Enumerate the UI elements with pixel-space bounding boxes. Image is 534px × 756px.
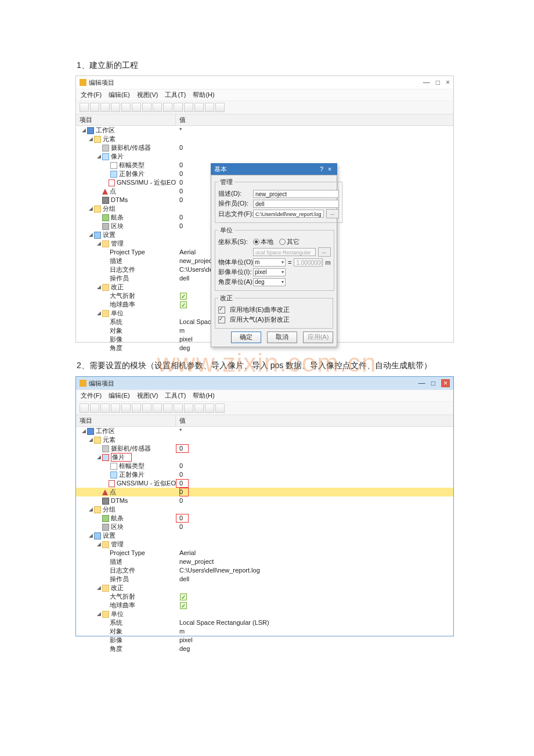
tree-ortho[interactable]: 正射像片 (119, 170, 145, 178)
menu-file[interactable]: 文件(F) (81, 391, 102, 400)
tree-atmos[interactable]: 大气折射 (110, 592, 135, 601)
ok-button[interactable]: 确定 (231, 332, 261, 343)
menu-view[interactable]: 视图(V) (137, 391, 158, 400)
toolbar-button[interactable] (132, 103, 141, 112)
tree-object[interactable]: 对象 (110, 326, 122, 335)
tree-groups[interactable]: 分组 (103, 505, 116, 514)
tree-ortho[interactable]: 正射像片 (119, 470, 145, 479)
minimize-button[interactable]: — (423, 78, 430, 87)
toolbar-button[interactable] (205, 404, 214, 413)
menu-edit[interactable]: 编辑(E) (109, 91, 130, 99)
toolbar-button[interactable] (163, 103, 172, 112)
close-button[interactable]: × (446, 78, 450, 87)
toolbar-button[interactable] (142, 404, 151, 413)
tree-image[interactable]: 影像 (110, 335, 122, 344)
tree-earth[interactable]: 地球曲率 (110, 601, 135, 610)
toolbar-button[interactable] (121, 404, 131, 413)
tree-gnss[interactable]: GNSS/IMU - 近似EO (117, 178, 176, 187)
tree-strips[interactable]: 航条 (111, 514, 124, 523)
toolbar-button[interactable] (142, 103, 151, 112)
toolbar-button[interactable] (184, 404, 193, 413)
earth-checkbox[interactable] (218, 307, 225, 314)
obj-factor-input[interactable]: 1.00000000 (294, 258, 323, 267)
tree-logf[interactable]: 日志文件 (110, 265, 135, 274)
tree-elements[interactable]: 元素 (103, 135, 116, 143)
toolbar-button[interactable] (121, 103, 131, 112)
tree-angle[interactable]: 角度 (110, 344, 122, 352)
tree-angle[interactable]: 角度 (110, 645, 122, 653)
tree-logf[interactable]: 日志文件 (110, 566, 135, 575)
toolbar-button[interactable] (100, 404, 110, 413)
log-browse-button[interactable]: ... (326, 209, 339, 218)
close-button[interactable]: × (441, 379, 450, 387)
toolbar-button[interactable] (153, 103, 162, 112)
tree-images[interactable]: 像片 (111, 152, 124, 161)
tree-oper[interactable]: 操作员 (110, 575, 129, 584)
tree-gnss[interactable]: GNSS/IMU - 近似EO (117, 479, 176, 488)
toolbar-button[interactable] (100, 103, 110, 112)
toolbar-button[interactable] (215, 103, 225, 112)
tree-workspace[interactable]: 工作区 (96, 427, 115, 435)
tree-desc[interactable]: 描述 (110, 257, 122, 265)
tree-manage[interactable]: 管理 (111, 239, 124, 248)
toolbar-button[interactable] (90, 103, 99, 112)
tree-blocks[interactable]: 区块 (111, 523, 124, 531)
tree-dtms[interactable]: DTMs (111, 496, 128, 505)
menu-help[interactable]: 帮助(H) (193, 391, 214, 400)
minimize-button[interactable]: — (418, 379, 425, 387)
tree-ptype[interactable]: Project Type (110, 248, 145, 257)
menu-help[interactable]: 帮助(H) (193, 91, 214, 99)
toolbar-button[interactable] (80, 103, 89, 112)
tree-camera[interactable]: 摄影机/传感器 (111, 444, 151, 453)
maximize-button[interactable]: □ (431, 379, 435, 387)
tree-strips[interactable]: 航条 (111, 213, 124, 222)
menu-tool[interactable]: 工具(T) (165, 391, 186, 400)
tree-elements[interactable]: 元素 (103, 435, 116, 444)
maximize-button[interactable]: □ (436, 78, 440, 87)
toolbar-button[interactable] (132, 404, 141, 413)
tree-groups[interactable]: 分组 (103, 204, 116, 213)
tree-earth[interactable]: 地球曲率 (110, 300, 135, 309)
tree-atmos[interactable]: 大气折射 (110, 291, 135, 300)
toolbar-button[interactable] (90, 404, 99, 413)
toolbar-button[interactable] (194, 103, 204, 112)
log-input[interactable]: C:\Users\dell\new_report.log (253, 210, 324, 218)
radio-other[interactable]: 其它 (279, 237, 300, 246)
menu-view[interactable]: 视图(V) (137, 91, 158, 99)
toolbar-button[interactable] (174, 404, 183, 413)
toolbar-button[interactable] (215, 404, 225, 413)
operator-input[interactable]: dell (253, 200, 339, 208)
desc-input[interactable]: new_project (253, 190, 339, 198)
toolbar-button[interactable] (111, 404, 120, 413)
cancel-button[interactable]: 取消 (267, 332, 297, 343)
tree-frame[interactable]: 框幅类型 (119, 161, 145, 170)
dialog-titlebar[interactable]: 基本 ? × (211, 163, 337, 175)
tree-settings[interactable]: 设置 (103, 231, 116, 239)
tree-dtms[interactable]: DTMs (111, 196, 128, 204)
atmos-checkbox[interactable] (218, 316, 225, 323)
tree-correct[interactable]: 改正 (111, 283, 124, 291)
toolbar-button[interactable] (184, 103, 193, 112)
toolbar-button[interactable] (205, 103, 214, 112)
tree-blocks[interactable]: 区块 (111, 222, 124, 231)
toolbar-button[interactable] (80, 404, 89, 413)
tree-workspace[interactable]: 工作区 (96, 126, 115, 135)
tree-settings[interactable]: 设置 (103, 531, 116, 540)
project-tree-2[interactable]: ◢工作区* ◢元素 摄影机/传感器0 ◢像片 框幅类型0 正射像片0 GNSS/… (76, 427, 453, 653)
img-unit-select[interactable]: pixel▾ (253, 268, 286, 276)
dialog-close-button[interactable]: × (326, 165, 334, 172)
tree-correct[interactable]: 改正 (111, 584, 124, 592)
tree-images[interactable]: 像片 (111, 453, 132, 462)
tree-points[interactable]: 点 (110, 187, 116, 196)
menu-edit[interactable]: 编辑(E) (109, 391, 130, 400)
tree-camera[interactable]: 摄影机/传感器 (111, 143, 151, 152)
toolbar-button[interactable] (194, 404, 204, 413)
tree-desc[interactable]: 描述 (110, 557, 122, 566)
tree-system[interactable]: 系统 (110, 618, 122, 627)
toolbar-button[interactable] (153, 404, 162, 413)
tree-image[interactable]: 影像 (110, 636, 122, 645)
toolbar-button[interactable] (111, 103, 120, 112)
coord-browse-button[interactable]: ... (318, 247, 331, 257)
menu-file[interactable]: 文件(F) (81, 91, 102, 99)
tree-oper[interactable]: 操作员 (110, 274, 129, 283)
